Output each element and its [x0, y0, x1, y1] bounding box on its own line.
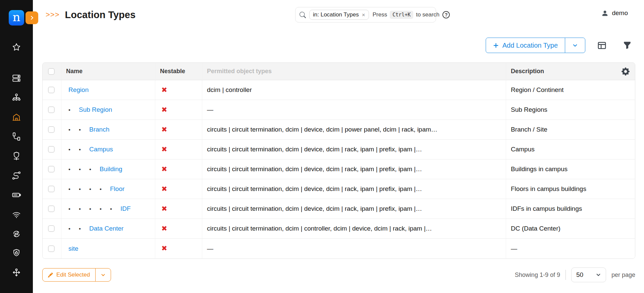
- row-description: Buildings in campus: [506, 159, 635, 179]
- row-description: Floors in campus buildings: [506, 179, 635, 199]
- star-icon: [11, 42, 21, 52]
- row-checkbox[interactable]: [48, 205, 55, 212]
- page-size-select[interactable]: 50: [571, 267, 606, 282]
- table-layout-icon: [597, 41, 606, 50]
- nav-topology[interactable]: [0, 88, 33, 107]
- location-type-link[interactable]: Data Center: [89, 225, 123, 232]
- route-icon: [11, 170, 21, 181]
- column-header-name[interactable]: Name: [61, 63, 155, 80]
- add-button-label: Add Location Type: [502, 42, 558, 49]
- sidebar-expand-button[interactable]: [25, 11, 38, 24]
- nav-devices[interactable]: [0, 68, 33, 88]
- permitted-object-types: circuits | circuit termination, dcim | d…: [202, 140, 506, 159]
- nav-power[interactable]: [0, 185, 33, 205]
- row-description: Campus: [506, 140, 635, 159]
- chevron-down-icon: [596, 272, 601, 278]
- nav-favorites[interactable]: [0, 38, 33, 57]
- search-icon: [300, 12, 306, 18]
- table-row: site ✖ — —: [43, 239, 635, 258]
- nav-cables[interactable]: [0, 127, 33, 146]
- location-type-link[interactable]: IDF: [120, 205, 131, 212]
- row-checkbox[interactable]: [48, 126, 55, 133]
- row-checkbox[interactable]: [48, 87, 55, 93]
- nav-routes[interactable]: [0, 166, 33, 185]
- row-description: Branch / Site: [506, 120, 635, 139]
- row-checkbox[interactable]: [48, 225, 55, 232]
- table-row: Region ✖ dcim | controller Region / Cont…: [43, 80, 635, 100]
- edit-selected-button[interactable]: Edit Selected: [43, 268, 95, 281]
- table-view-toggle-button[interactable]: [597, 41, 606, 50]
- location-types-table: Name Nestable Permitted object types Des…: [42, 62, 635, 259]
- user-menu[interactable]: demo: [601, 9, 628, 17]
- filter-button[interactable]: [623, 41, 631, 49]
- row-checkbox[interactable]: [48, 146, 55, 153]
- nav-locations[interactable]: [0, 107, 33, 127]
- location-type-link[interactable]: site: [68, 245, 78, 252]
- chip-close-icon[interactable]: ×: [362, 12, 365, 18]
- user-icon: [601, 10, 608, 17]
- nav-network-security[interactable]: [0, 146, 33, 166]
- permitted-object-types: —: [202, 239, 506, 258]
- indent-bullet: •: [68, 226, 79, 232]
- table-config-button[interactable]: [622, 67, 630, 76]
- indent-bullet: •: [100, 186, 110, 193]
- add-location-type-button[interactable]: Add Location Type: [486, 38, 565, 53]
- gear-icon: [622, 67, 630, 76]
- nestable-false-icon: ✖: [161, 186, 167, 193]
- cable-icon: [11, 132, 21, 142]
- nestable-false-icon: ✖: [161, 87, 167, 94]
- edit-selected-dropdown[interactable]: [95, 268, 111, 281]
- table-header: Name Nestable Permitted object types Des…: [43, 63, 635, 80]
- row-description: Sub Regions: [506, 100, 635, 119]
- permitted-object-types: —: [202, 100, 506, 119]
- search-scope-label: in: Location Types: [313, 11, 359, 18]
- nav-security[interactable]: [0, 244, 33, 263]
- row-description: Region / Continent: [506, 80, 635, 100]
- indent-bullet: •: [79, 127, 89, 133]
- page-size-value: 50: [576, 271, 583, 279]
- location-type-link[interactable]: Floor: [110, 185, 124, 193]
- indent-bullets: •••: [68, 165, 100, 173]
- help-icon[interactable]: ?: [442, 11, 450, 18]
- row-checkbox[interactable]: [48, 186, 55, 192]
- permitted-object-types: dcim | controller: [202, 80, 506, 100]
- sidebar: n: [0, 0, 33, 293]
- add-button-dropdown[interactable]: [565, 38, 585, 53]
- permitted-object-types: circuits | circuit termination, dcim | d…: [202, 159, 506, 179]
- building-icon: [11, 112, 21, 122]
- column-header-nestable[interactable]: Nestable: [155, 63, 202, 80]
- location-type-link[interactable]: Region: [68, 86, 89, 94]
- row-description: IDFs in campus buildings: [506, 199, 635, 218]
- search-scope-chip[interactable]: in: Location Types ×: [309, 10, 369, 20]
- row-checkbox[interactable]: [48, 166, 55, 173]
- edit-selected-split-button: Edit Selected: [42, 268, 111, 282]
- indent-bullet: •: [89, 206, 100, 212]
- row-checkbox[interactable]: [48, 245, 55, 252]
- indent-bullet: •: [89, 186, 100, 193]
- nestable-false-icon: ✖: [161, 146, 167, 153]
- select-all-checkbox[interactable]: [48, 68, 55, 75]
- location-type-link[interactable]: Branch: [89, 126, 109, 133]
- permitted-object-types: circuits | circuit termination, dcim | d…: [202, 179, 506, 199]
- spread-arrows-icon: [11, 268, 21, 278]
- nestable-false-icon: ✖: [161, 225, 167, 232]
- location-type-link[interactable]: Sub Region: [79, 106, 112, 113]
- global-search-bar[interactable]: in: Location Types × Press Ctrl+K to sea…: [295, 7, 436, 22]
- kbd-shortcut: Ctrl+K: [390, 11, 413, 19]
- table-row: •••Building ✖ circuits | circuit termina…: [43, 159, 635, 179]
- indent-bullet: •: [79, 166, 89, 173]
- nav-wireless[interactable]: [0, 205, 33, 224]
- search-hint-suffix: to search: [416, 11, 439, 18]
- indent-bullet: •: [79, 226, 89, 232]
- location-type-link[interactable]: Building: [100, 165, 122, 173]
- nav-distribution[interactable]: [0, 263, 33, 283]
- nautobot-logo[interactable]: n: [9, 10, 24, 26]
- shield-flame-icon: [11, 248, 21, 258]
- hierarchy-icon: [11, 93, 21, 103]
- row-checkbox[interactable]: [48, 106, 55, 113]
- indent-bullets: ••: [68, 126, 89, 133]
- nav-sync[interactable]: [0, 224, 33, 244]
- showing-count: Showing 1-9 of 9: [515, 272, 560, 279]
- column-header-description[interactable]: Description: [506, 63, 635, 80]
- location-type-link[interactable]: Campus: [89, 146, 113, 153]
